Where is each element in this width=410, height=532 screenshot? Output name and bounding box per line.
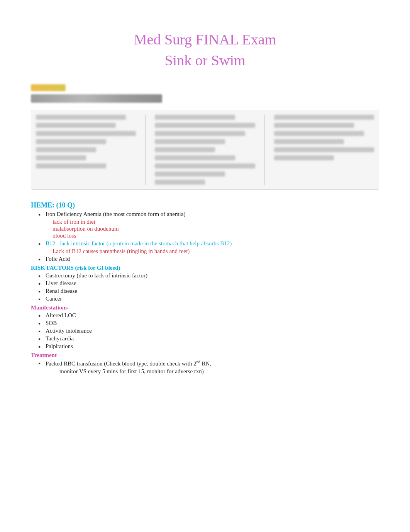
blurred-row [36,131,136,136]
list-item: ■ Activity intolerance [39,328,379,334]
blurred-title-bar [31,94,162,103]
blurred-table [31,110,379,190]
blurred-col-2 [155,115,255,185]
bullet-icon: ■ [39,330,46,333]
bullet-icon: ■ [39,322,46,325]
list-item: ■ SOB [39,320,379,326]
item-text: Palpitations [46,343,379,350]
list-item: ■ Liver disease [39,280,379,287]
manifestations-list: ■ Altered LOC ■ SOB ■ Activity intoleran… [39,312,379,350]
blurred-row [36,147,96,152]
item-text: Cancer [46,296,379,302]
item-text: Iron Deficiency Anemia (the most common … [46,211,379,218]
treatment-detail: monitor VS every 5 mins for first 15, mo… [59,368,379,375]
blurred-row [274,131,364,136]
sub-item: malabsorption on duodenum [53,226,379,232]
item-text: Gastrectomy (due to lack of intrinsic fa… [46,272,379,279]
treatment-section: Treatment ■ Packed RBC transfusion (Chec… [31,352,379,375]
blurred-row [274,155,334,160]
heme-section: HEME: (10 Q) ■ Iron Deficiency Anemia (t… [31,201,379,262]
item-text-cyan: B12 - lack intrinsic factor (a protein m… [46,240,379,247]
item-text: SOB [46,320,379,326]
blurred-row [155,172,225,177]
list-item: ■ Gastrectomy (due to lack of intrinsic … [39,272,379,279]
blurred-row [155,180,205,185]
risk-factors-heading: RISK FACTORS (risk for GI bleed) [31,265,379,271]
blurred-row [274,139,344,144]
blurred-row [155,147,215,152]
item-text: Liver disease [46,280,379,287]
treatment-after-super: RN, [200,360,211,367]
manifestations-section: Manifestations ■ Altered LOC ■ SOB ■ Act… [31,304,379,350]
treatment-list: ■ Packed RBC transfusion (Check blood ty… [39,360,379,375]
bullet-icon: ■ [39,337,46,341]
heme-heading: HEME: (10 Q) [31,201,379,209]
bullet-icon: ■ [39,297,46,301]
blurred-row [155,155,235,160]
blurred-row [36,139,106,144]
list-item: ■ Altered LOC [39,312,379,319]
list-item: ■ Renal disease [39,288,379,294]
bullet-icon: ■ [39,290,46,293]
item-text: Tachycardia [46,335,379,342]
treatment-main-text: Packed RBC transfusion (Check blood type… [46,360,197,367]
treatment-item-text: Packed RBC transfusion (Check blood type… [46,360,379,367]
list-item: ■ Tachycardia [39,335,379,342]
bullet-icon: ■ [39,274,46,278]
blurred-row [274,123,354,128]
bullet-icon: ■ [39,242,46,246]
heme-list: ■ Iron Deficiency Anemia (the most commo… [39,211,379,262]
col-divider [145,115,146,185]
blurred-label-bar [31,84,66,91]
iron-subitems: lack of iron in diet malabsorption on du… [53,219,379,239]
risk-factors-section: RISK FACTORS (risk for GI bleed) ■ Gastr… [31,265,379,302]
item-text: Activity intolerance [46,328,379,334]
list-item: ■ Palpitations [39,343,379,350]
blurred-lab-values-section [31,84,379,190]
item-text: Folic Acid [46,256,379,262]
list-item: ■ Folic Acid [39,256,379,262]
blurred-row [274,147,374,152]
page-title-line1: Med Surg FINAL Exam [31,31,379,48]
bullet-icon: ■ [39,345,46,348]
blurred-row [274,115,374,120]
treatment-heading: Treatment [31,352,379,359]
item-text: Altered LOC [46,312,379,319]
bullet-icon: ■ [39,213,46,216]
list-item: ■ B12 - lack intrinsic factor (a protein… [39,240,379,247]
sub-item: Lack of B12 causes parenthesis (tingling… [53,248,379,255]
superscript: nd [197,360,200,364]
blurred-row [36,115,126,120]
risk-factors-list: ■ Gastrectomy (due to lack of intrinsic … [39,272,379,302]
treatment-item: ■ Packed RBC transfusion (Check blood ty… [39,360,379,367]
sub-item: lack of iron in diet [53,219,379,225]
list-item: ■ Cancer [39,296,379,302]
bullet-icon: ■ [39,282,46,286]
bullet-icon: ■ [39,258,46,261]
blurred-row [36,155,86,160]
blurred-row [36,163,106,168]
col-divider [264,115,265,185]
blurred-row [155,163,255,168]
blurred-row [36,123,116,128]
bullet-icon: ■ [39,314,46,318]
blurred-col-3 [274,115,374,185]
page-title-line2: Sink or Swim [31,52,379,69]
bullet-icon: ■ [39,362,46,365]
sub-item: blood loss [53,233,379,239]
blurred-row [155,131,245,136]
blurred-row [155,123,255,128]
blurred-row [155,115,235,120]
item-text: Renal disease [46,288,379,294]
blurred-row [155,139,225,144]
manifestations-heading: Manifestations [31,304,379,311]
list-item: ■ Iron Deficiency Anemia (the most commo… [39,211,379,218]
b12-subitems: Lack of B12 causes parenthesis (tingling… [53,248,379,255]
blurred-col-1 [36,115,136,185]
